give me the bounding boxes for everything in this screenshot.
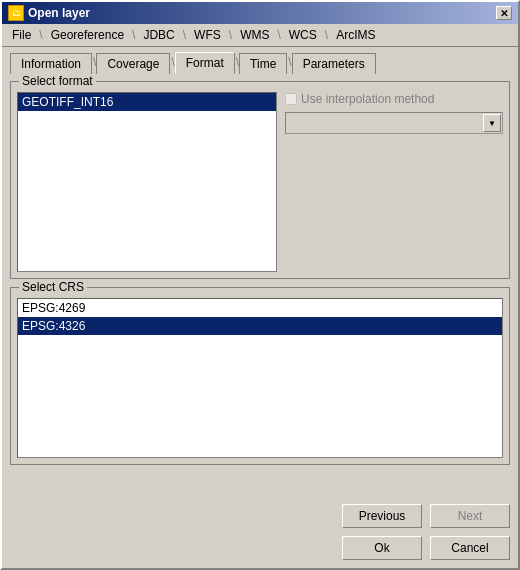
close-button[interactable]: ✕ [496,6,512,20]
interpolation-dropdown-wrapper: ▼ [285,112,503,134]
menu-wcs[interactable]: WCS [283,26,323,44]
menu-jdbc[interactable]: JDBC [137,26,180,44]
menu-wfs[interactable]: WFS [188,26,227,44]
bottom-bar: Ok Cancel [2,532,518,568]
window-title: Open layer [28,6,90,20]
tab-time[interactable]: Time [239,53,287,74]
content-area: Select format GEOTIFF_INT16 Use interpol… [2,73,518,500]
crs-group: Select CRS EPSG:4269 EPSG:4326 [10,287,510,465]
previous-button[interactable]: Previous [342,504,422,528]
nav-button-row: Previous Next [2,500,518,532]
format-group: Select format GEOTIFF_INT16 Use interpol… [10,81,510,279]
ok-button[interactable]: Ok [342,536,422,560]
crs-list[interactable]: EPSG:4269 EPSG:4326 [17,298,503,458]
tab-parameters[interactable]: Parameters [292,53,376,74]
interpolation-label: Use interpolation method [301,92,434,106]
tab-coverage[interactable]: Coverage [96,53,170,74]
crs-group-label: Select CRS [19,280,87,294]
menu-file[interactable]: File [6,26,37,44]
format-list[interactable]: GEOTIFF_INT16 [17,92,277,272]
interpolation-dropdown[interactable] [285,112,503,134]
window-icon: 🗂 [8,5,24,21]
menu-georeference[interactable]: Georeference [45,26,130,44]
tab-format[interactable]: Format [175,52,235,74]
tab-information[interactable]: Information [10,53,92,74]
crs-item-epsg4269[interactable]: EPSG:4269 [18,299,502,317]
interpolation-area: Use interpolation method ▼ [285,92,503,272]
title-bar-left: 🗂 Open layer [8,5,90,21]
interpolation-checkbox[interactable] [285,93,297,105]
cancel-button[interactable]: Cancel [430,536,510,560]
tab-bar: Information \ Coverage \ Format \ Time \… [2,47,518,73]
format-area: GEOTIFF_INT16 Use interpolation method ▼ [17,92,503,272]
menu-wms[interactable]: WMS [234,26,275,44]
title-bar: 🗂 Open layer ✕ [2,2,518,24]
format-group-label: Select format [19,74,96,88]
interpolation-row: Use interpolation method [285,92,503,106]
menu-arcims[interactable]: ArcIMS [330,26,381,44]
next-button[interactable]: Next [430,504,510,528]
menu-bar: File \ Georeference \ JDBC \ WFS \ WMS \… [2,24,518,47]
main-window: 🗂 Open layer ✕ File \ Georeference \ JDB… [0,0,520,570]
format-list-item[interactable]: GEOTIFF_INT16 [18,93,276,111]
crs-item-epsg4326[interactable]: EPSG:4326 [18,317,502,335]
